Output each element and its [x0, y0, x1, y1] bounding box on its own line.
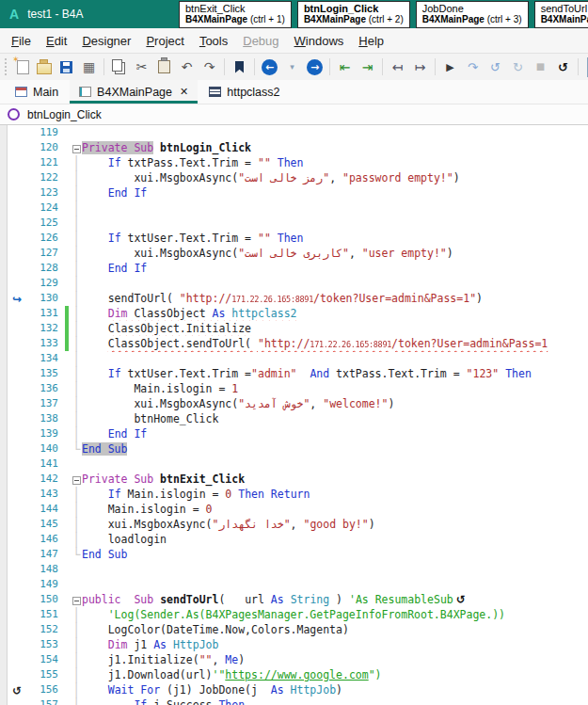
code-text[interactable]: Wait For (j1) JobDone(j As HttpJob)	[82, 682, 588, 697]
change-bar	[65, 185, 69, 200]
change-bar	[65, 381, 69, 396]
code-text[interactable]: sendToUrl( "http://171.22.26.165:8891/to…	[82, 291, 588, 307]
line-number: 140	[26, 441, 65, 457]
cut-button[interactable]: ✂	[131, 56, 152, 78]
line-number: 157	[26, 697, 65, 705]
fold-marker: │	[71, 216, 82, 231]
line-number: 141	[26, 457, 65, 472]
code-editor[interactable]: 119120Private Sub btnLogin_Click121│ If …	[0, 125, 588, 705]
navigate-back-icon: ←	[262, 59, 278, 75]
menu-item-edit[interactable]: Edit	[39, 31, 74, 51]
change-bar	[65, 592, 69, 607]
code-text[interactable]: Private Sub btnLogin_Click	[82, 140, 588, 155]
code-text[interactable]: Dim ClassObject As httpclass2	[82, 306, 588, 321]
sub-icon	[8, 108, 20, 120]
bookmark-button[interactable]	[229, 56, 250, 78]
change-bar	[65, 411, 69, 426]
comment-in-button[interactable]: ↦	[409, 56, 431, 78]
step-into-button[interactable]: ↺	[485, 56, 506, 78]
navigate-back-button[interactable]: ←	[259, 56, 280, 78]
error-underline: ClassObject.sendToUrl( "http://171.22.26…	[108, 337, 548, 350]
toolbar-grip	[5, 58, 7, 75]
fold-marker[interactable]	[71, 592, 82, 607]
indent-button[interactable]: ⇥	[357, 56, 378, 78]
redo-button[interactable]: ↷	[199, 56, 220, 78]
code-line: 123│ End If	[0, 185, 588, 200]
code-text[interactable]: ClassObject.Initialize	[82, 321, 588, 336]
fold-marker: │	[71, 607, 82, 622]
menu-item-file[interactable]: File	[4, 31, 39, 51]
code-text[interactable]: End If	[82, 185, 588, 200]
change-bar	[65, 170, 69, 185]
comment-out-button[interactable]: ↤	[387, 56, 408, 78]
code-text[interactable]: j1.Download(url)'"https://www.google.com…	[82, 667, 588, 682]
code-text[interactable]: xui.MsgboxAsync("خوش آمدید", "welcome!")	[82, 396, 588, 411]
code-text[interactable]: btnHome_Click	[82, 411, 588, 426]
code-text[interactable]: If txtPass.Text.Trim = "" Then	[82, 155, 588, 170]
doc-tab-httpclass2[interactable]: httpclass2	[199, 80, 289, 104]
menu-item-project[interactable]: Project	[138, 31, 191, 51]
code-text[interactable]: End If	[82, 426, 588, 441]
gutter[interactable]: ↪	[8, 290, 26, 307]
code-text[interactable]: Main.islogin = 1	[82, 381, 588, 396]
change-bar	[65, 622, 69, 637]
code-text[interactable]: j1.Initialize("", Me)	[82, 652, 588, 667]
code-text[interactable]: If txtUser.Text.Trim = "" Then	[82, 231, 588, 246]
code-text[interactable]: 'Log(Sender.As(B4XPagesManager.GetPageIn…	[82, 607, 588, 622]
resumable-sub-icon: ↺	[456, 593, 466, 606]
step-over-button[interactable]: ↷	[462, 56, 484, 78]
code-text[interactable]: public Sub sendToUrl( url As String ) 'A…	[82, 592, 588, 607]
code-text[interactable]: If j.Success Then	[82, 697, 588, 705]
save-button[interactable]	[56, 56, 77, 78]
change-bar	[65, 396, 69, 411]
navigate-forward-button[interactable]: →	[304, 56, 326, 78]
code-text[interactable]: loadlogin	[82, 532, 588, 547]
menu-item-windows[interactable]: Windows	[287, 31, 352, 51]
quick-tab-sendToUrl[interactable]: sendToUrlB4XMainPag	[534, 1, 588, 28]
code-text[interactable]: xui.MsgboxAsync("خدا نگهدار", "good by!"…	[82, 517, 588, 532]
code-line: 143│ If Main.islogin = 0 Then Return	[0, 487, 588, 502]
code-text[interactable]: End Sub	[82, 547, 588, 562]
menu-item-tools[interactable]: Tools	[192, 31, 235, 51]
doc-tab-main[interactable]: Main	[6, 80, 68, 104]
fold-marker[interactable]	[71, 472, 82, 487]
step-out-button[interactable]: ↻	[507, 56, 529, 78]
undo-button[interactable]: ↶	[176, 56, 198, 78]
quick-tab-JobDone[interactable]: JobDoneB4XMainPage (ctrl + 3)	[416, 1, 529, 28]
current-sub-label: btnLogin_Click	[27, 108, 102, 121]
quick-tab-btnLogin_Click[interactable]: btnLogin_ClickB4XMainPage (ctrl + 2)	[297, 1, 410, 28]
outdent-button[interactable]: ⇤	[334, 56, 356, 78]
breadcrumb[interactable]: btnLogin_Click	[0, 104, 588, 125]
copy-button[interactable]	[108, 56, 130, 78]
fold-marker[interactable]	[71, 140, 82, 155]
code-text[interactable]: If Main.islogin = 0 Then Return	[82, 487, 588, 502]
gutter[interactable]: ↺	[8, 681, 26, 698]
quick-tab-btnExit_Click[interactable]: btnExit_ClickB4XMainPage (ctrl + 1)	[179, 1, 292, 28]
export-project-button[interactable]: ▦	[78, 56, 100, 78]
code-text[interactable]: Main.islogin = 0	[82, 502, 588, 517]
code-text[interactable]: End If	[82, 261, 588, 276]
menu-item-help[interactable]: Help	[351, 31, 391, 51]
b4a-logo-icon: A	[9, 7, 19, 22]
code-text[interactable]: Dim j1 As HttpJob	[82, 637, 588, 652]
doc-tab-b4xmainpage[interactable]: B4XMainPage✕	[70, 80, 198, 104]
rebuild-button[interactable]: ↺	[552, 56, 574, 78]
run-button[interactable]: ▶	[439, 56, 461, 78]
code-text[interactable]: ClassObject.sendToUrl( "http://171.22.26…	[82, 336, 588, 352]
code-text[interactable]: End Sub	[82, 441, 588, 457]
code-line: 148	[0, 562, 588, 577]
open-project-button[interactable]	[33, 56, 55, 78]
code-text[interactable]: LogColor(DateTime.Now,Colors.Magenta)	[82, 622, 588, 637]
toolbar-separator	[103, 58, 104, 75]
line-number: 154	[26, 652, 65, 667]
code-text[interactable]: If txtUser.Text.Trim ="admin" And txtPas…	[82, 366, 588, 381]
code-text[interactable]: Private Sub btnExit_Click	[82, 472, 588, 487]
navigate-back-menu-button[interactable]: ▾	[281, 56, 303, 78]
new-file-button[interactable]	[10, 56, 32, 78]
code-text[interactable]: xui.MsgboxAsync("کاربری خالی است", "user…	[82, 246, 588, 261]
close-icon[interactable]: ✕	[180, 86, 188, 98]
code-line: 122│ xui.MsgboxAsync("رمز خالی است", "pa…	[0, 170, 588, 185]
code-text[interactable]: xui.MsgboxAsync("رمز خالی است", "passwor…	[82, 170, 588, 185]
paste-button[interactable]	[153, 56, 175, 78]
menu-item-designer[interactable]: Designer	[74, 31, 138, 51]
